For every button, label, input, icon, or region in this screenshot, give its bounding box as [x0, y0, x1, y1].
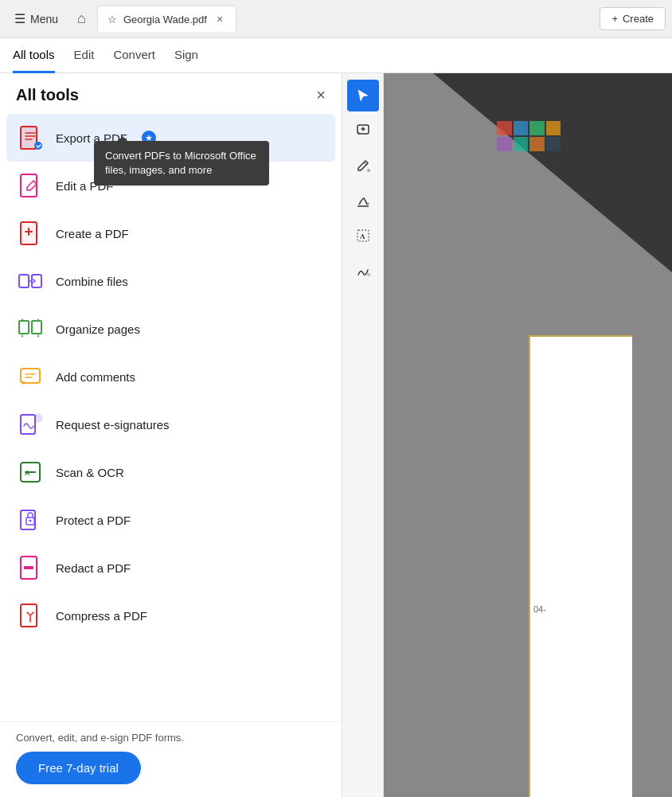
tool-list: Export a PDF ★ Convert PDFs to Microsoft… [0, 114, 342, 721]
svg-point-26 [367, 273, 370, 276]
footer-text: Convert, edit, and e-sign PDF forms. [16, 732, 326, 744]
tool-item-request-esig[interactable]: Request e-signatures [6, 400, 335, 448]
svg-rect-7 [32, 275, 41, 287]
tab-edit[interactable]: Edit [74, 38, 95, 73]
sidebar-close-button[interactable]: × [316, 86, 326, 104]
edit-pdf-icon [16, 171, 45, 200]
eraser-tool-button[interactable] [347, 185, 379, 217]
create-plus-icon: + [611, 13, 618, 25]
menu-button[interactable]: ☰ Menu [6, 6, 66, 31]
svg-text:A: A [25, 469, 30, 477]
tab-sign[interactable]: Sign [174, 38, 198, 73]
create-button[interactable]: + Create [600, 7, 666, 30]
scan-ocr-label: Scan & OCR [56, 466, 124, 479]
tool-item-compress-pdf[interactable]: Compress a PDF [6, 592, 335, 639]
top-bar: ☰ Menu ⌂ ☆ Georgia Wade.pdf × + Create [0, 0, 672, 38]
tool-item-protect-pdf[interactable]: Protect a PDF [6, 496, 335, 544]
combine-files-label: Combine files [56, 275, 128, 288]
export-pdf-badge: ★ [142, 131, 156, 145]
svg-point-17 [29, 520, 32, 522]
tab-star-icon: ☆ [107, 14, 117, 25]
svg-rect-0 [21, 127, 37, 149]
tool-item-edit-pdf[interactable]: Edit a PDF [6, 162, 335, 209]
sidebar-header: All tools × [0, 73, 342, 114]
text-select-tool-button[interactable]: A [347, 220, 379, 252]
hamburger-icon: ☰ [14, 11, 25, 26]
tool-item-export-pdf[interactable]: Export a PDF ★ Convert PDFs to Microsoft… [6, 114, 335, 162]
add-comments-icon [16, 362, 45, 391]
create-pdf-label: Create a PDF [56, 227, 129, 240]
svg-point-23 [366, 202, 369, 205]
add-comment-tool-button[interactable] [347, 115, 379, 147]
tab-all-tools[interactable]: All tools [13, 38, 55, 73]
sidebar-title: All tools [16, 86, 79, 104]
scan-ocr-icon: A [16, 458, 45, 486]
create-pdf-icon [16, 219, 45, 248]
cursor-tool-button[interactable] [347, 80, 379, 111]
sidebar: All tools × Export a PDF ★ Con [0, 73, 342, 797]
sign-tool-button[interactable] [347, 255, 379, 287]
svg-point-12 [34, 414, 42, 422]
tool-item-create-pdf[interactable]: Create a PDF [6, 209, 335, 257]
export-pdf-label: Export a PDF [56, 131, 127, 145]
svg-rect-10 [21, 369, 40, 383]
menu-label: Menu [30, 13, 58, 25]
redact-pdf-icon [16, 553, 45, 582]
svg-point-22 [367, 169, 370, 172]
combine-files-icon [16, 267, 45, 295]
redact-pdf-label: Redact a PDF [56, 561, 131, 575]
tab-convert[interactable]: Convert [113, 38, 155, 73]
svg-text:A: A [360, 232, 365, 240]
svg-rect-8 [19, 321, 29, 334]
file-tab: ☆ Georgia Wade.pdf × [97, 6, 236, 32]
tab-title: Georgia Wade.pdf [123, 14, 207, 25]
pdf-canvas: 04- [384, 73, 672, 797]
organize-pages-label: Organize pages [56, 322, 140, 336]
protect-pdf-icon [16, 506, 45, 534]
request-esig-icon [16, 410, 45, 439]
export-pdf-icon [16, 123, 45, 152]
right-toolbar: A [342, 73, 384, 797]
organize-pages-icon [16, 315, 45, 343]
svg-rect-19 [24, 566, 33, 569]
nav-tabs: All tools Edit Convert Sign [0, 38, 672, 73]
compress-pdf-label: Compress a PDF [56, 609, 147, 623]
compress-pdf-icon [16, 601, 45, 630]
tool-item-redact-pdf[interactable]: Redact a PDF [6, 544, 335, 592]
svg-rect-6 [19, 275, 29, 287]
main-layout: All tools × Export a PDF ★ Con [0, 73, 672, 797]
pencil-tool-button[interactable] [347, 150, 379, 182]
edit-pdf-label: Edit a PDF [56, 179, 114, 193]
tab-close-button[interactable]: × [213, 11, 226, 27]
protect-pdf-label: Protect a PDF [56, 514, 131, 527]
home-icon: ⌂ [77, 10, 86, 26]
svg-point-2 [34, 142, 42, 150]
svg-rect-20 [21, 604, 37, 627]
trial-button[interactable]: Free 7-day trial [16, 752, 141, 784]
tool-item-combine-files[interactable]: Combine files [6, 257, 335, 305]
tool-item-scan-ocr[interactable]: A Scan & OCR [6, 448, 335, 496]
sidebar-footer: Convert, edit, and e-sign PDF forms. Fre… [0, 721, 342, 797]
tool-item-add-comments[interactable]: Add comments [6, 353, 335, 400]
create-label: Create [623, 13, 654, 25]
tool-item-organize-pages[interactable]: Organize pages [6, 305, 335, 353]
request-esig-label: Request e-signatures [56, 418, 170, 432]
home-button[interactable]: ⌂ [69, 6, 94, 32]
add-comments-label: Add comments [56, 370, 135, 384]
page-number: 04- [533, 604, 546, 614]
svg-rect-9 [32, 321, 41, 334]
